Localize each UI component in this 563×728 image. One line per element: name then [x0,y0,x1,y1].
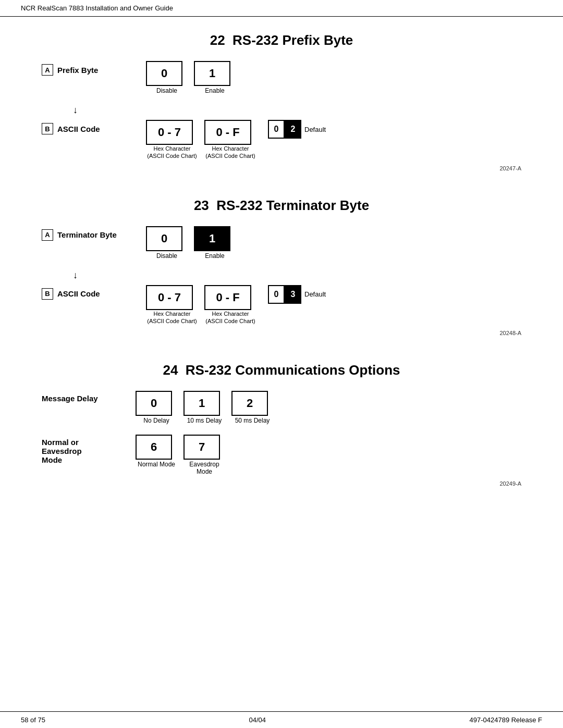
section-24-nodelay-box[interactable]: 0 [136,391,172,416]
section-22: 22 RS-232 Prefix Byte A Prefix Byte 0 Di… [42,32,521,171]
section-24-eavesdrop-value: 7 [199,440,205,454]
section-22-arrow: ↓ [73,105,521,116]
section-24-message-delay-label: Message Delay [42,391,136,403]
section-24-message-delay-row: Message Delay 0 No Delay 1 10 ms Delay [42,391,521,424]
section-23-hex2-value: 0 - F [216,291,239,304]
section-23-disable-label: Disable [156,252,177,260]
section-23-enable-value: 1 [209,232,215,245]
section-22-number: 22 [210,32,232,48]
section-23-hex1-box[interactable]: 0 - 7 [146,285,193,310]
section-23-row-b: B ASCII Code 0 - 7 Hex Character (ASCII … [42,285,521,325]
section-22-row-b-label: B ASCII Code [42,120,146,134]
section-22-title: 22 RS-232 Prefix Byte [42,32,521,48]
section-23-hex2-box[interactable]: 0 - F [204,285,251,310]
section-22-hex2-box[interactable]: 0 - F [204,120,251,145]
section-22-hex1-box[interactable]: 0 - 7 [146,120,193,145]
page-footer: 58 of 75 04/04 497-0424789 Release F [0,711,563,728]
section-23-title: 23 RS-232 Terminator Byte [42,198,521,214]
page-content: 22 RS-232 Prefix Byte A Prefix Byte 0 Di… [0,17,563,528]
section-22-disable-value: 0 [161,67,167,80]
section-24-heading: RS-232 Communications Options [186,362,400,378]
section-23-default-label: Default [304,290,326,298]
section-24-eavesdrop-sublabel: EavesdropMode [189,461,219,475]
section-22-enable-box[interactable]: 1 [194,61,230,86]
section-23-row-a-label: A Terminator Byte [42,226,146,241]
section-23-hex1-value: 0 - 7 [158,291,181,304]
section-24-nodelay-group: 0 No Delay [136,391,177,424]
section-23-disable-value: 0 [161,232,167,245]
section-24-normal-box[interactable]: 6 [136,435,172,460]
section-24-eavesdrop-row: Normal or Eavesdrop Mode 6 Normal Mode 7… [42,435,521,475]
section-23-terminator-byte-label: Terminator Byte [57,230,117,239]
section-22-row-a-boxes: 0 Disable 1 Enable [146,61,242,94]
section-24-10ms-value: 1 [199,397,205,410]
section-22-default-label: Default [304,126,326,133]
section-24-10ms-box[interactable]: 1 [183,391,220,416]
section-22-default-digit2: 2 [285,120,301,139]
section-24-normal-group: 6 Normal Mode [136,435,177,468]
section-24-normal-value: 6 [151,440,157,454]
section-23-default-digit2: 3 [285,285,301,304]
section-23-letter-a: A [42,229,53,241]
section-24-title: 24 RS-232 Communications Options [42,362,521,378]
section-22-letter-b: B [42,123,53,134]
section-22-disable-group: 0 Disable [146,61,188,94]
section-24-10ms-label: 10 ms Delay [187,417,222,424]
section-22-enable-label: Enable [205,87,224,94]
section-22-diagram-id: 20247-A [42,165,521,171]
section-24-50ms-group: 2 50 ms Delay [231,391,273,424]
section-23-number: 23 [194,198,216,213]
footer-doc-info: 497-0424789 Release F [469,716,542,724]
section-23-hex2-label: Hex Character (ASCII Code Chart) [205,310,255,325]
section-22-disable-box[interactable]: 0 [146,61,182,86]
section-22-ascii-label: ASCII Code [57,125,100,133]
section-22-row-b: B ASCII Code 0 - 7 Hex Character (ASCII … [42,120,521,160]
section-23-row-a: A Terminator Byte 0 Disable 1 Enable [42,226,521,260]
section-23-row-b-inner: 0 - 7 Hex Character (ASCII Code Chart) 0… [146,285,326,325]
section-22-hex2-label: Hex Character (ASCII Code Chart) [205,145,255,160]
section-23-row-a-boxes: 0 Disable 1 Enable [146,226,242,260]
section-23-letter-b: B [42,288,53,300]
section-24-eavesdrop-mode-group: 7 EavesdropMode [183,435,225,475]
section-23-disable-box[interactable]: 0 [146,226,182,251]
section-22-disable-label: Disable [156,87,177,94]
section-24-nodelay-label: No Delay [143,417,169,424]
section-24-nodelay-value: 0 [151,397,157,410]
section-23-row-b-label: B ASCII Code [42,285,146,300]
section-22-heading: RS-232 Prefix Byte [232,32,353,48]
section-24-message-delay-boxes: 0 No Delay 1 10 ms Delay 2 50 ms Delay [136,391,279,424]
section-22-prefix-byte-label: Prefix Byte [57,66,98,75]
section-23-enable-box[interactable]: 1 [194,226,230,251]
section-24-eavesdrop-box[interactable]: 7 [183,435,220,460]
section-22-hex2-value: 0 - F [216,126,239,139]
section-23-heading: RS-232 Terminator Byte [216,198,369,213]
section-23-arrow: ↓ [73,270,521,281]
section-22-row-a: A Prefix Byte 0 Disable 1 Enable [42,61,521,94]
section-22-hex2-group: 0 - F Hex Character (ASCII Code Chart) [204,120,256,160]
section-22-hex1-label: Hex Character (ASCII Code Chart) [147,145,197,160]
section-23-diagram-id: 20248-A [42,330,521,336]
section-23-hex1-label: Hex Character (ASCII Code Chart) [147,310,197,325]
section-23-ascii-label: ASCII Code [57,289,100,298]
section-23-hex1-group: 0 - 7 Hex Character (ASCII Code Chart) [146,285,198,325]
section-24-diagram-id: 20249-A [42,480,521,487]
section-24-normal-label: Normal Mode [138,461,175,468]
header-title: NCR RealScan 7883 Installation and Owner… [21,4,173,12]
section-22-row-b-inner: 0 - 7 Hex Character (ASCII Code Chart) 0… [146,120,326,160]
section-22-enable-value: 1 [209,67,215,80]
section-23-hex2-group: 0 - F Hex Character (ASCII Code Chart) [204,285,256,325]
section-23-default-digit1: 0 [268,285,285,304]
section-24: 24 RS-232 Communications Options Message… [42,362,521,487]
section-23-enable-label: Enable [205,252,224,260]
section-22-hex1-value: 0 - 7 [158,126,181,139]
section-23: 23 RS-232 Terminator Byte A Terminator B… [42,198,521,337]
footer-page-info: 58 of 75 [21,716,45,724]
section-22-hex1-group: 0 - 7 Hex Character (ASCII Code Chart) [146,120,198,160]
section-24-50ms-box[interactable]: 2 [231,391,268,416]
section-23-enable-group: 1 Enable [194,226,236,260]
section-22-letter-a: A [42,64,53,76]
section-22-enable-group: 1 Enable [194,61,236,94]
section-22-default-group: 0 2 Default [268,120,326,139]
section-24-eavesdrop-boxes: 6 Normal Mode 7 EavesdropMode [136,435,231,475]
section-23-default-group: 0 3 Default [268,285,326,304]
